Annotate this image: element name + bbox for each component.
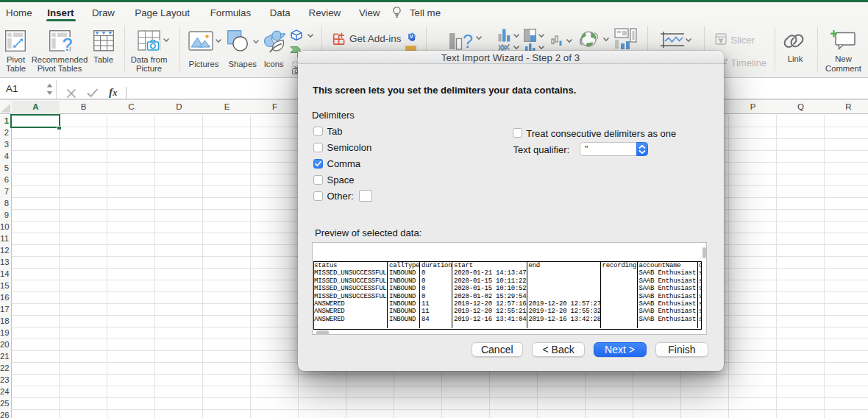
svg-text:?: ? [63, 34, 72, 54]
svg-text:V: V [409, 33, 413, 40]
svg-text:?: ? [463, 31, 473, 50]
